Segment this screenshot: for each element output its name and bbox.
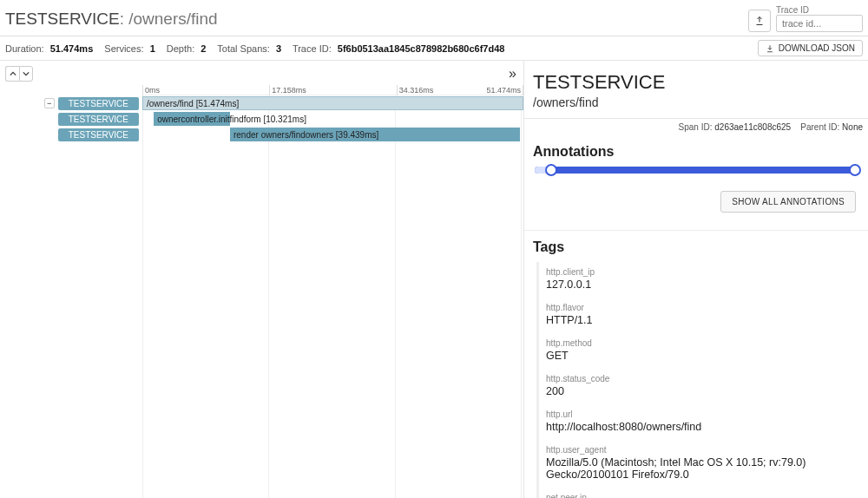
download-json-button[interactable]: DOWNLOAD JSON xyxy=(758,40,863,56)
span-bar-col: /owners/find [51.474ms] xyxy=(142,95,523,111)
spans-label: Total Spans: xyxy=(217,43,270,54)
trace-search: Trace ID xyxy=(776,5,863,32)
span-ids-row: Span ID: d263ae11c808c625 Parent ID: Non… xyxy=(524,119,868,135)
span-bar-label: /owners/find [51.474ms] xyxy=(147,99,239,108)
span-bar[interactable]: render owners/findowners [39.439ms] xyxy=(230,128,520,141)
span-service-badge[interactable]: TESTSERVICE xyxy=(58,113,139,126)
detail-pane: TESTSERVICE /owners/find Span ID: d263ae… xyxy=(524,61,868,498)
header-actions: Trace ID xyxy=(748,5,863,32)
tag-key: http.client_ip xyxy=(546,267,852,277)
timeline-pane: » 0ms17.158ms34.316ms51.474ms −TESTSERVI… xyxy=(0,61,524,498)
upload-icon xyxy=(754,16,765,26)
timeline-tick: 51.474ms xyxy=(486,85,523,95)
grid-line xyxy=(142,95,143,498)
show-all-annotations-button[interactable]: SHOW ALL ANNOTATIONS xyxy=(720,191,856,213)
chevron-down-icon xyxy=(23,70,30,77)
tags-title: Tags xyxy=(533,239,859,255)
title-service: TESTSERVICE xyxy=(5,10,120,28)
main-split: » 0ms17.158ms34.316ms51.474ms −TESTSERVI… xyxy=(0,61,868,498)
parent-id-value: None xyxy=(842,122,863,132)
tag-value: 200 xyxy=(546,385,852,397)
span-label-col: TESTSERVICE xyxy=(0,111,142,127)
collapse-up-button[interactable] xyxy=(5,66,19,82)
tag-key: http.flavor xyxy=(546,303,852,312)
title-operation: /owners/find xyxy=(128,10,217,28)
tag-key: net.peer.ip xyxy=(546,493,852,498)
services-value: 1 xyxy=(150,43,155,54)
detail-service-name: TESTSERVICE xyxy=(533,71,859,94)
annotations-slider[interactable] xyxy=(535,167,858,174)
span-row: −TESTSERVICE/owners/find [51.474ms] xyxy=(0,95,523,111)
tag-key: http.user_agent xyxy=(546,445,852,455)
annotations-title: Annotations xyxy=(533,144,859,160)
tag-item: http.client_ip127.0.0.1 xyxy=(539,262,859,298)
span-bar-label: render owners/findowners [39.439ms] xyxy=(233,130,378,140)
tag-item: http.user_agentMozilla/5.0 (Macintosh; I… xyxy=(539,440,859,488)
services-label: Services: xyxy=(104,43,143,54)
timeline: 0ms17.158ms34.316ms51.474ms −TESTSERVICE… xyxy=(0,85,523,498)
upload-button[interactable] xyxy=(748,10,771,32)
slider-end-handle[interactable] xyxy=(849,164,861,176)
annotations-section: Annotations SHOW ALL ANNOTATIONS xyxy=(524,135,868,231)
span-row: TESTSERVICErender owners/findowners [39.… xyxy=(0,127,523,142)
span-toggle[interactable]: − xyxy=(44,98,55,108)
depth-label: Depth: xyxy=(167,43,194,54)
chevron-up-icon xyxy=(10,70,16,77)
tag-key: http.url xyxy=(546,410,852,419)
duration-label: Duration: xyxy=(5,43,44,54)
span-bar-label: ownercontroller.initfindform [10.321ms] xyxy=(157,115,306,124)
tag-item: http.flavorHTTP/1.1 xyxy=(539,298,859,333)
span-service-badge[interactable]: TESTSERVICE xyxy=(58,128,139,141)
span-bar[interactable]: /owners/find [51.474ms] xyxy=(142,96,523,110)
trace-search-label: Trace ID xyxy=(776,5,863,15)
span-label-col: TESTSERVICE xyxy=(0,127,142,142)
span-service-badge[interactable]: TESTSERVICE xyxy=(58,97,139,110)
tag-item: http.status_code200 xyxy=(539,369,859,404)
grid-line xyxy=(395,95,396,498)
tag-value: Mozilla/5.0 (Macintosh; Intel Mac OS X 1… xyxy=(546,456,852,481)
tag-value: 127.0.0.1 xyxy=(546,278,852,291)
traceid-label: Trace ID: xyxy=(293,43,332,54)
timeline-tick: 34.316ms xyxy=(397,85,434,95)
spans-value: 3 xyxy=(276,43,281,54)
tag-value: GET xyxy=(546,350,852,362)
download-icon xyxy=(766,44,774,53)
trace-search-input[interactable] xyxy=(776,15,863,32)
span-bar-col: render owners/findowners [39.439ms] xyxy=(142,127,523,142)
tags-list: http.client_ip127.0.0.1http.flavorHTTP/1… xyxy=(536,262,859,498)
span-id-value: d263ae11c808c625 xyxy=(714,122,791,132)
tag-value: http://localhost:8080/owners/find xyxy=(546,421,852,433)
tag-item: http.methodGET xyxy=(539,333,859,369)
tags-section: Tags http.client_ip127.0.0.1http.flavorH… xyxy=(524,231,868,498)
parent-id-label: Parent ID: xyxy=(800,122,839,132)
traceid-value: 5f6b0513aa1845c878982b680c6f7d48 xyxy=(338,43,505,54)
detail-operation: /owners/find xyxy=(533,95,859,109)
duration-value: 51.474ms xyxy=(50,43,94,54)
collapse-group xyxy=(5,66,33,82)
tag-value: HTTP/1.1 xyxy=(546,314,852,326)
tag-item: http.urlhttp://localhost:8080/owners/fin… xyxy=(539,404,859,440)
collapse-down-button[interactable] xyxy=(19,66,33,82)
meta-bar: Duration: 51.474ms Services: 1 Depth: 2 … xyxy=(0,36,868,61)
span-rows: −TESTSERVICE/owners/find [51.474ms]TESTS… xyxy=(0,95,523,142)
tag-item: net.peer.ip127.0.0.1 xyxy=(539,488,859,498)
depth-value: 2 xyxy=(201,43,206,54)
meta-left: Duration: 51.474ms Services: 1 Depth: 2 … xyxy=(5,43,513,54)
timeline-controls: » xyxy=(0,61,523,85)
span-bar[interactable]: ownercontroller.initfindform [10.321ms] xyxy=(154,112,230,126)
span-bar-col: ownercontroller.initfindform [10.321ms] xyxy=(142,111,523,127)
expand-detail-button[interactable]: » xyxy=(509,66,518,82)
span-row: TESTSERVICEownercontroller.initfindform … xyxy=(0,111,523,127)
timeline-tick: 0ms xyxy=(142,85,160,95)
tag-key: http.status_code xyxy=(546,374,852,383)
download-json-label: DOWNLOAD JSON xyxy=(779,43,855,53)
slider-start-handle[interactable] xyxy=(545,164,557,176)
page-header: TESTSERVICE: /owners/find Trace ID xyxy=(0,0,868,36)
grid-line xyxy=(521,95,522,498)
detail-header: TESTSERVICE /owners/find xyxy=(524,61,868,119)
grid-line xyxy=(268,95,269,498)
span-id-label: Span ID: xyxy=(679,122,713,132)
tag-key: http.method xyxy=(546,338,852,348)
timeline-ruler: 0ms17.158ms34.316ms51.474ms xyxy=(142,85,523,95)
timeline-tick: 17.158ms xyxy=(269,85,306,95)
